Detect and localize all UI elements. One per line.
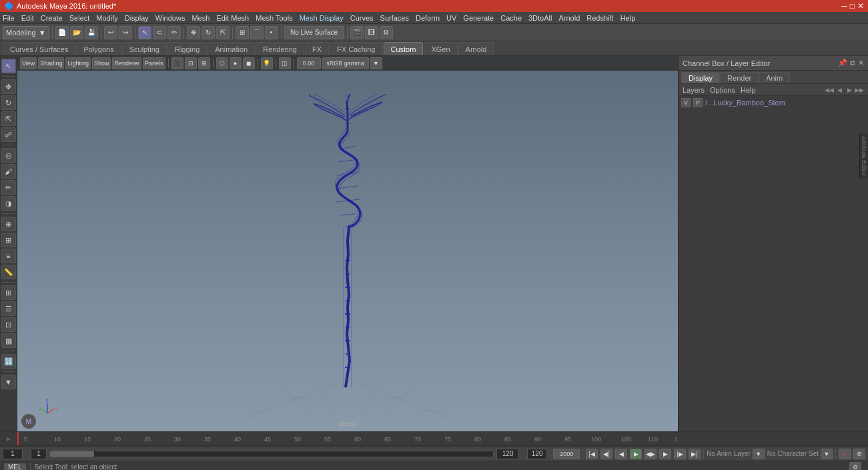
align-btn[interactable]: ≡ [1,249,16,263]
select-mode-btn[interactable]: ↖ [1,59,16,73]
pb-play-rev-btn[interactable]: ◀▶ [644,449,657,459]
menu-edit-mesh[interactable]: Edit Mesh [216,14,249,22]
tab-custom[interactable]: Custom [384,42,424,55]
menu-modify[interactable]: Modify [96,14,117,22]
open-btn[interactable]: 📂 [70,26,83,39]
tab-fx-caching[interactable]: FX Caching [330,42,382,55]
timeline-ticks[interactable]: 5 10 15 20 25 30 35 40 45 50 55 60 65 70… [17,432,678,445]
new-scene-btn[interactable]: 📄 [55,26,69,39]
redo-btn[interactable]: ↪ [119,26,132,39]
vp-show-menu[interactable]: Show [92,57,111,69]
char-set-dropdown[interactable]: ▼ [821,449,833,459]
menu-3dtall[interactable]: 3DtoAll [528,14,552,22]
minimize-btn[interactable]: ─ [841,1,847,11]
pb-jump-end-btn[interactable]: ▶| [689,449,701,459]
snap-curve-btn[interactable]: ⌒ [250,26,264,39]
menu-arnold[interactable]: Arnold [558,14,580,22]
pb-jump-start-btn[interactable]: |◀ [586,449,598,459]
rotate-btn[interactable]: ↻ [201,26,215,39]
tab-xgen[interactable]: XGen [424,42,457,55]
menu-mesh-display[interactable]: Mesh Display [300,14,344,22]
snap-point-btn[interactable]: • [265,26,278,39]
vp-value-field[interactable]: 0.00 [297,57,321,69]
artisan-btn[interactable]: ✏ [1,180,16,195]
pb-settings-btn[interactable]: ⚙ [853,449,865,459]
pb-next-frame-btn[interactable]: ▶ [659,449,671,459]
channel-box-float[interactable]: ⧉ [850,59,855,67]
select-tool-btn[interactable]: ↖ [138,26,151,39]
menu-uv[interactable]: UV [446,14,456,22]
menu-mesh[interactable]: Mesh [191,14,209,22]
layer-back-btn[interactable]: ◀ [835,85,844,95]
vp-grid-btn[interactable]: ⊞ [198,57,210,69]
menu-select[interactable]: Select [69,14,90,22]
expand-btn[interactable]: ▼ [1,375,16,389]
status-settings-btn[interactable]: ⚙ [849,462,861,471]
scale-mode-btn[interactable]: ⇱ [1,111,16,126]
menu-redshift[interactable]: Redshift [586,14,613,22]
live-surface-btn[interactable]: No Live Surface [284,26,344,39]
snap-to-btn[interactable]: ⊞ [1,233,16,247]
cb-menu-options[interactable]: Options [710,86,735,94]
show-manip-btn[interactable]: ⊕ [1,217,16,231]
vp-iso-select-btn[interactable]: ◫ [279,57,291,69]
tab-arnold[interactable]: Arnold [458,42,494,55]
menu-windows[interactable]: Windows [155,14,185,22]
vp-film-gate-btn[interactable]: ⊡ [185,57,197,69]
cb-menu-help[interactable]: Help [741,86,756,94]
tab-animation[interactable]: Animation [207,42,255,55]
tab-rendering[interactable]: Rendering [256,42,304,55]
paint-btn[interactable]: 🖌 [1,164,16,179]
vp-lighting-menu[interactable]: Lighting [65,57,91,69]
menu-deform[interactable]: Deform [416,14,440,22]
universal-manip-btn[interactable]: ☍ [1,127,16,142]
cb-menu-layers[interactable]: Layers [683,86,705,94]
layer-v-btn[interactable]: V [681,98,691,107]
tab-polygons[interactable]: Polygons [76,42,121,55]
menu-display[interactable]: Display [125,14,149,22]
shelf-btn-1[interactable]: ⊞ [1,285,16,300]
vp-textured-btn[interactable]: ◼ [243,57,255,69]
range-max-field[interactable]: 120 [527,449,547,459]
vp-wireframe-btn[interactable]: ⬡ [216,57,228,69]
tab-rigging[interactable]: Rigging [167,42,207,55]
vp-gamma-btn[interactable]: sRGB gamma [322,57,369,69]
pb-auto-key-btn[interactable]: ● [839,449,851,459]
channel-box-close[interactable]: ✕ [858,59,864,67]
lasso-btn[interactable]: ⊂ [153,26,166,39]
menu-help[interactable]: Help [620,14,636,22]
layer-last-btn[interactable]: ▶▶ [855,85,864,95]
menu-create[interactable]: Create [41,14,63,22]
menu-cache[interactable]: Cache [500,14,522,22]
layer-p-btn[interactable]: P [693,98,703,107]
scale-btn[interactable]: ⇱ [216,26,230,39]
vp-renderer-menu[interactable]: Renderer [112,57,141,69]
render-settings-btn[interactable]: ⚙ [380,26,393,39]
close-btn[interactable]: ✕ [857,1,864,11]
measure-btn[interactable]: 📏 [1,265,16,279]
vp-smooth-btn[interactable]: ● [230,57,242,69]
anim-layer-dropdown[interactable]: ▼ [753,449,765,459]
maximize-btn[interactable]: □ [850,1,855,11]
pb-prev-frame-btn[interactable]: ◀ [615,449,627,459]
tab-display[interactable]: Display [681,72,720,83]
channel-box-pin[interactable]: 📌 [838,59,847,67]
soft-sel-btn[interactable]: ◎ [1,148,16,163]
menu-edit[interactable]: Edit [21,14,34,22]
move-mode-btn[interactable]: ✥ [1,79,16,94]
layer-prev-btn[interactable]: ◀◀ [825,85,834,95]
current-frame-display[interactable]: 1 [3,449,23,459]
undo-btn[interactable]: ↩ [104,26,117,39]
vp-panels-menu[interactable]: Panels [143,57,165,69]
menu-curves[interactable]: Curves [350,14,374,22]
viewport[interactable]: View Shading Lighting Show Renderer Pane… [17,56,678,431]
rotate-mode-btn[interactable]: ↻ [1,95,16,110]
tab-sculpting[interactable]: Sculpting [122,42,167,55]
snap-grid-btn[interactable]: ⊞ [236,26,249,39]
pb-fps-field[interactable]: 2000 [553,449,580,459]
menu-surfaces[interactable]: Surfaces [380,14,409,22]
menu-mesh-tools[interactable]: Mesh Tools [256,14,292,22]
shelf-btn-4[interactable]: ▦ [1,333,16,348]
right-panel-controls[interactable]: 📌 ⧉ ✕ [838,59,864,67]
vp-shading-menu[interactable]: Shading [38,57,64,69]
